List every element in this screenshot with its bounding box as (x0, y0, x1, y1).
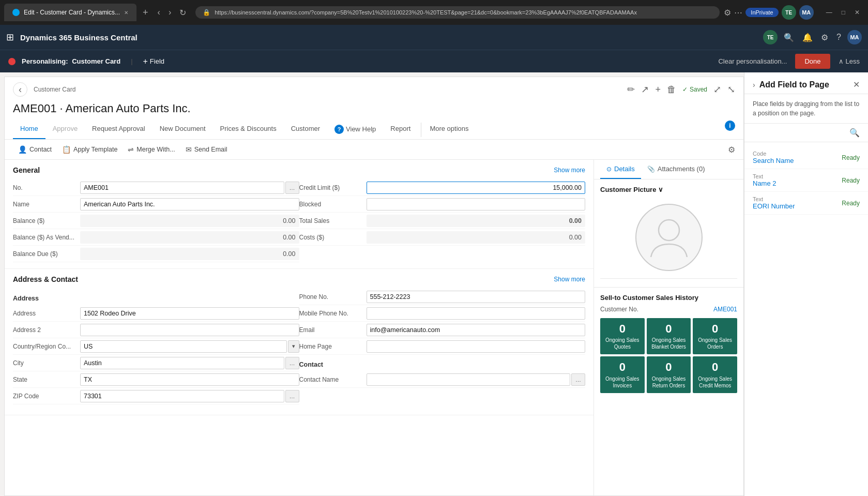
address-bar[interactable]: 🔒 https://businesscentral.dynamics.com/?… (195, 6, 720, 19)
close-btn[interactable]: ✕ (850, 7, 864, 18)
apply-template-btn[interactable]: 📋 Apply Template (57, 143, 123, 156)
nav-view-help[interactable]: ?View Help (327, 121, 383, 139)
nav-request-approval[interactable]: Request Approval (85, 121, 153, 139)
field-item-search-name[interactable]: Code Search Name Ready (744, 146, 868, 169)
settings-gear-icon[interactable]: ⚙ (819, 31, 830, 44)
tab-close-btn[interactable]: ✕ (124, 10, 128, 16)
homepage-field-row: Home Page (299, 338, 586, 355)
panel-close-btn[interactable]: ✕ (853, 80, 860, 89)
attachments-icon: 📎 (647, 166, 655, 173)
country-input[interactable] (80, 340, 287, 353)
balance-vend-field-value (80, 231, 299, 244)
panel-expand-btn[interactable]: › (753, 81, 755, 89)
homepage-input[interactable] (367, 340, 586, 353)
toolbar-settings-icon[interactable]: ⚙ (728, 145, 735, 155)
clear-personalisation-btn[interactable]: Clear personalisation... (718, 57, 787, 65)
city-input[interactable] (80, 357, 284, 369)
nav-prices-discounts[interactable]: Prices & Discounts (213, 121, 284, 139)
email-input[interactable] (367, 324, 586, 336)
address2-label: Address 2 (13, 324, 80, 336)
new-tab-btn[interactable]: + (141, 7, 150, 18)
field-item-eori[interactable]: Text EORI Number Ready (744, 192, 868, 215)
notification-icon[interactable]: 🔔 (800, 31, 815, 44)
tile-blanket-orders[interactable]: 0 Ongoing Sales Blanket Orders (647, 318, 691, 354)
merge-with-btn[interactable]: ⇌ Merge With... (123, 143, 180, 156)
no-input[interactable] (80, 182, 284, 194)
nav-home[interactable]: Home (13, 121, 45, 139)
share-icon[interactable]: ↗ (641, 84, 649, 95)
address-left-col: Address Address Address 2 (13, 289, 299, 409)
header-profile-te[interactable]: TE (763, 30, 778, 44)
zip-lookup-btn[interactable]: … (285, 390, 299, 402)
tile-orders[interactable]: 0 Ongoing Sales Orders (693, 318, 737, 354)
nav-new-document[interactable]: New Document (153, 121, 213, 139)
panel-search-icon[interactable]: 🔍 (849, 128, 860, 138)
browser-actions: ⚙ ⋯ InPrivate TE MA (724, 5, 813, 20)
nav-approve[interactable]: Approve (45, 121, 85, 139)
refresh-btn[interactable]: ↻ (176, 6, 189, 20)
customer-picture-title[interactable]: Customer Picture ∨ (600, 186, 737, 193)
search-icon[interactable]: 🔍 (782, 31, 796, 44)
help-icon[interactable]: ? (834, 31, 843, 44)
minimize-btn[interactable]: — (822, 7, 836, 18)
back-browser-btn[interactable]: ‹ (155, 6, 163, 20)
contact-name-lookup-btn[interactable]: … (571, 373, 585, 386)
edit-icon[interactable]: ✏ (627, 84, 635, 95)
phone-input[interactable] (367, 291, 586, 303)
address-input[interactable] (80, 307, 299, 320)
mobile-input[interactable] (367, 307, 586, 320)
contact-name-input[interactable] (367, 373, 571, 386)
customer-avatar (635, 204, 703, 271)
zip-input[interactable] (80, 390, 284, 402)
country-dropdown-btn[interactable]: ▾ (288, 340, 299, 353)
general-show-more[interactable]: Show more (554, 167, 585, 174)
nav-more-options[interactable]: More options (424, 121, 474, 139)
details-tab[interactable]: ⊙ Details (600, 160, 641, 179)
field-item-left: Code Search Name (753, 151, 794, 164)
nav-customer[interactable]: Customer (284, 121, 327, 139)
collapse-icon[interactable]: ⤡ (727, 84, 735, 95)
open-new-icon[interactable]: ⤢ (713, 84, 721, 95)
inprivate-btn[interactable]: InPrivate (745, 8, 778, 17)
attachments-tab[interactable]: 📎 Attachments (0) (641, 160, 711, 179)
state-input[interactable] (80, 373, 299, 386)
profile-avatar-te[interactable]: TE (782, 5, 796, 20)
phone-field-row: Phone No. (299, 289, 586, 305)
browser-tab-active[interactable]: Edit - Customer Card - Dynamics... ✕ (4, 4, 136, 21)
send-email-btn[interactable]: ✉ Send Email (180, 143, 233, 156)
nav-info-icon[interactable]: i (725, 121, 735, 131)
no-lookup-btn[interactable]: … (285, 182, 299, 194)
add-icon[interactable]: + (655, 84, 661, 95)
settings-icon[interactable]: ⋯ (734, 8, 742, 18)
nav-report[interactable]: Report (383, 121, 418, 139)
forward-browser-btn[interactable]: › (165, 6, 174, 20)
credit-limit-input[interactable] (367, 182, 586, 194)
back-page-btn[interactable]: ‹ (13, 82, 27, 97)
blocked-select[interactable] (367, 198, 586, 211)
delete-icon[interactable]: 🗑 (667, 84, 676, 95)
address2-input[interactable] (80, 324, 299, 336)
maximize-btn[interactable]: □ (837, 7, 849, 18)
app-header: ⊞ Dynamics 365 Business Central TE 🔍 🔔 ⚙… (0, 25, 868, 50)
page-actions: ✏ ↗ + 🗑 ✓ Saved ⤢ ⤡ (627, 84, 735, 95)
country-field-value: ▾ (80, 340, 299, 353)
profile-avatar-ma[interactable]: MA (799, 5, 814, 20)
grid-icon[interactable]: ⊞ (6, 32, 14, 43)
tile-invoices[interactable]: 0 Ongoing Sales Invoices (600, 356, 645, 393)
extensions-icon[interactable]: ⚙ (724, 8, 731, 18)
customer-no-value[interactable]: AME001 (713, 306, 737, 313)
tile-return-orders[interactable]: 0 Ongoing Sales Return Orders (647, 356, 691, 393)
name-input[interactable] (80, 198, 299, 211)
tile-credit-memos[interactable]: 0 Ongoing Sales Credit Memos (693, 356, 737, 393)
city-lookup-btn[interactable]: … (285, 357, 299, 369)
address-field-value (80, 307, 299, 320)
done-btn[interactable]: Done (795, 54, 830, 69)
mobile-field-value (367, 307, 586, 320)
header-profile-ma[interactable]: MA (847, 30, 862, 44)
less-btn[interactable]: ∧ Less (839, 57, 860, 65)
tile-quotes[interactable]: 0 Ongoing Sales Quotes (600, 318, 645, 354)
contact-btn[interactable]: 👤 Contact (13, 143, 57, 156)
field-item-name2[interactable]: Text Name 2 Ready (744, 169, 868, 192)
add-field-btn[interactable]: + Field (143, 57, 165, 66)
address-show-more[interactable]: Show more (554, 276, 585, 283)
